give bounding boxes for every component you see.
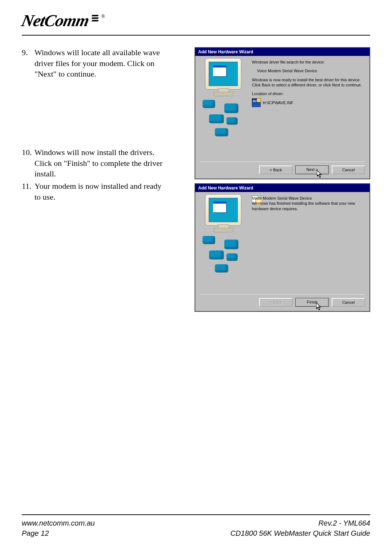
cancel-button[interactable]: Cancel	[332, 166, 365, 174]
brand-name: NetComm	[20, 11, 91, 30]
step-text: Your modem is now installed and ready to…	[34, 181, 167, 202]
back-button[interactable]: < Back	[259, 166, 293, 174]
page-footer: www.netcomm.com.au Rev.2 - YML664 Page 1…	[22, 518, 370, 538]
location-label: Location of driver:	[252, 91, 365, 96]
ready-text: Windows is now ready to install the best…	[252, 77, 365, 88]
header-divider	[22, 35, 370, 36]
content-area: 9. Windows will locate all available wav…	[22, 47, 370, 508]
brand-dashes-icon	[92, 14, 98, 23]
brand-logo: NetComm ®	[22, 11, 116, 33]
step-number: 10.	[22, 147, 32, 158]
footer-divider	[22, 514, 370, 515]
step-number: 11.	[22, 181, 32, 192]
hardware-icons	[203, 100, 246, 147]
search-heading: Windows driver file search for the devic…	[252, 60, 365, 65]
registered-mark: ®	[101, 14, 105, 19]
hardware-icons	[203, 236, 246, 283]
dialog-body: Voice Modem Serial Wave Device Windows h…	[200, 194, 365, 294]
wizard-graphic	[200, 58, 247, 149]
step-text: Windows will now install the drivers. Cl…	[34, 147, 167, 179]
footer-page: Page 12	[22, 528, 49, 538]
driver-file-icon: BVRP	[252, 98, 261, 107]
next-button[interactable]: Next >	[295, 166, 329, 174]
dialog-text-area: Windows driver file search for the devic…	[252, 60, 365, 107]
driver-file-name: H:\ICPWAVE.INF	[263, 100, 293, 105]
back-button: < Back	[259, 298, 293, 307]
step-text: Windows will locate all available wave d…	[34, 47, 167, 79]
driver-file-row: BVRP H:\ICPWAVE.INF	[252, 98, 365, 107]
dialog-titlebar: Add New Hardware Wizard	[195, 48, 369, 56]
wizard-graphic	[200, 194, 247, 285]
monitor-icon	[205, 58, 241, 96]
dialog-button-row: < Back Next > Cancel	[200, 161, 365, 174]
dialog-titlebar: Add New Hardware Wizard	[195, 184, 369, 192]
instruction-step-9: 9. Windows will locate all available wav…	[22, 47, 167, 79]
instruction-step-10: 10. Windows will now install the drivers…	[22, 147, 167, 179]
footer-title: CD1800 56K WebMaster Quick Start Guide	[230, 528, 370, 538]
dialog-text-area: Voice Modem Serial Wave Device Windows h…	[252, 196, 365, 211]
wizard-dialog-search: Add New Hardware Wizard Windows driver f…	[195, 47, 370, 179]
footer-rev: Rev.2 - YML664	[318, 518, 370, 528]
dialog-button-row: < Back Finish Cancel	[200, 294, 365, 307]
step-number: 9.	[22, 47, 28, 58]
monitor-icon	[205, 194, 241, 232]
instruction-step-11: 11. Your modem is now installed and read…	[22, 181, 167, 202]
document-page: NetComm ® 9. Windows will locate all ava…	[0, 0, 392, 555]
footer-url: www.netcomm.com.au	[22, 518, 95, 528]
finished-text: Windows has finished installing the soft…	[252, 201, 365, 211]
finish-button[interactable]: Finish	[295, 298, 329, 307]
dialog-body: Windows driver file search for the devic…	[200, 58, 365, 161]
wizard-dialog-finish: Add New Hardware Wizard	[195, 183, 370, 312]
cancel-button[interactable]: Cancel	[332, 298, 365, 307]
device-name: Voice Modem Serial Wave Device	[257, 68, 365, 73]
device-name: Voice Modem Serial Wave Device	[252, 196, 365, 201]
